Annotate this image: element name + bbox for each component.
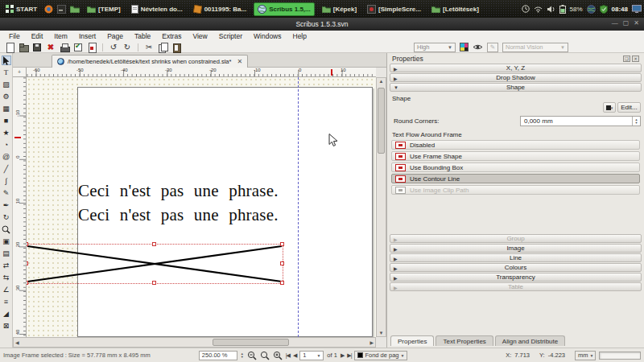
selected-image-frame[interactable] [27,245,283,283]
save-icon[interactable] [32,43,42,52]
section-xyz[interactable]: ▶X, Y, Z [390,64,642,72]
flow-frame-shape-button[interactable]: Use Frame Shape [391,151,640,161]
taskbar-clock[interactable]: 08:48 [612,6,628,13]
section-drop-shadow[interactable]: ▶Drop Shadow [390,73,642,82]
start-button[interactable]: START [2,2,40,16]
insert-shape-icon[interactable]: ■ [2,116,11,125]
text-frame-line-1[interactable]: Ceci n'est pas une phrase. [78,182,279,200]
menu-insert[interactable]: Insert [73,32,101,40]
battery-icon[interactable] [559,5,566,14]
clock-tray-icon[interactable] [522,5,530,13]
tab-close-icon[interactable]: ✕ [237,58,242,65]
new-document-icon[interactable] [5,43,14,52]
zoom-out-icon[interactable] [247,351,257,360]
flow-bounding-box-button[interactable]: Use Bounding Box [391,162,640,172]
insert-calligraphic-icon[interactable]: ✒ [2,200,11,210]
edit-contents-icon[interactable]: ▣ [2,237,11,246]
taskbar-window-document[interactable]: Névtelen do... [128,2,186,16]
first-page-icon[interactable]: |◀ [286,352,290,359]
menu-table[interactable]: Table [129,32,156,40]
menu-scripter[interactable]: Scripter [213,32,248,40]
scroll-down-icon[interactable]: ▼ [377,331,386,335]
insert-freehand-icon[interactable]: ✎ [2,188,11,198]
measurements-icon[interactable]: ∠ [2,285,11,294]
menu-windows[interactable]: Windows [248,32,287,40]
close-window-button[interactable]: ✕ [634,19,639,27]
close-icon[interactable]: ✖ [46,43,56,52]
panel-close-icon[interactable]: ✕ [632,56,639,62]
insert-text-frame-icon[interactable]: T [2,68,11,77]
insert-arc-icon[interactable]: ◔ [2,140,11,150]
vertical-guide[interactable] [298,77,299,337]
scroll-up-icon[interactable]: ▲ [377,79,386,84]
panel-float-icon[interactable]: ❏ [623,56,630,62]
insert-table-icon[interactable]: ▦ [2,104,11,113]
shield-icon[interactable] [600,5,608,14]
taskbar-window-bugtracker[interactable]: 0011995: Ba... [190,2,250,16]
shape-edit-button[interactable]: Edit... [617,102,641,113]
redo-icon[interactable]: ↻ [122,43,132,52]
zoom-icon[interactable] [2,224,11,234]
text-frame-line-2[interactable]: Ceci n'est pas une phrase. [78,206,279,224]
menu-view[interactable]: View [187,32,213,40]
resize-handle-sw[interactable] [27,281,28,285]
insert-spiral-icon[interactable]: @ [2,152,11,162]
scroll-left-icon[interactable]: ◀ [15,339,19,345]
ruler-origin[interactable]: + [13,68,27,77]
resize-handle-ne[interactable] [280,242,284,246]
resize-handle-s[interactable] [152,281,156,285]
last-page-icon[interactable]: ▶| [347,352,351,359]
link-text-frames-icon[interactable]: ⇄ [2,261,11,270]
section-transparency[interactable]: ▶Transparency [390,273,642,282]
insert-polygon-icon[interactable]: ★ [2,128,11,138]
export-pdf-icon[interactable] [87,43,97,52]
flow-contour-line-button[interactable]: Use Contour Line [391,174,640,183]
horizontal-scrollbar[interactable]: ◀ ▶ [13,337,376,348]
section-colours[interactable]: ▶Colours [390,263,642,272]
menu-edit[interactable]: Edit [26,32,49,40]
network-globe-icon[interactable] [587,5,596,14]
taskbar-window-letoltesek[interactable]: [Letöltések] [428,2,482,16]
eye-dropper-icon[interactable]: ◢ [2,309,11,319]
menu-item[interactable]: Item [48,32,73,40]
next-page-icon[interactable]: ▶ [341,352,344,359]
pdf-checkbox-icon[interactable]: ⊠ [2,321,11,331]
resize-handle-n[interactable] [152,242,156,246]
section-shape[interactable]: ▼Shape [390,83,642,92]
taskbar-window-kepek[interactable]: [Képek] [319,2,360,16]
wifi-icon[interactable] [534,6,543,13]
files-launcher-icon[interactable] [70,5,80,13]
taskbar-window-temp[interactable]: [TEMP] [84,2,124,16]
vertical-ruler[interactable]: -10 0 10 20 30 40 [13,77,27,337]
menu-extras[interactable]: Extras [156,32,187,40]
menu-page[interactable]: Page [101,32,129,40]
insert-render-frame-icon[interactable]: ⚙ [2,92,11,101]
layer-select[interactable]: Fond de pag ▼ [354,351,407,360]
canvas[interactable]: Ceci n'est pas une phrase. Ceci n'est pa… [27,77,376,337]
round-corners-spinbox[interactable]: 0,000 mm ▲▼ [520,116,641,126]
insert-image-frame-icon[interactable]: ▨ [2,80,11,89]
select-icon[interactable] [2,56,11,65]
document-tab[interactable]: /home/benedek/Letöltések/text shrinks wh… [52,55,248,68]
section-image[interactable]: ▶Image [390,244,642,253]
insert-bezier-icon[interactable]: ∫ [2,176,11,186]
horizontal-ruler[interactable]: -60 -50 -40 -30 -20 -10 0 10 [27,68,376,77]
flow-disabled-button[interactable]: Disabled [391,140,640,150]
cut-icon[interactable]: ✂ [144,43,154,52]
shape-selector-button[interactable]: ▾ [603,102,616,113]
show-desktop-icon[interactable] [632,5,642,13]
zoom-level-spinbox[interactable]: 250.00 % [199,351,237,360]
copy-item-properties-icon[interactable]: ≡ [2,297,11,306]
tab-properties[interactable]: Properties [390,335,434,346]
paste-icon[interactable] [171,43,181,52]
browser-launcher-icon[interactable] [44,5,53,14]
volume-icon[interactable] [547,6,555,13]
print-icon[interactable] [60,43,69,52]
maximize-button[interactable]: ▢ [623,19,630,27]
resize-handle-e[interactable] [280,261,284,265]
tab-text-properties[interactable]: Text Properties [436,335,493,346]
story-editor-icon[interactable]: ▤ [2,249,11,258]
preflight-verifier-icon[interactable] [73,43,83,52]
menu-help[interactable]: Help [287,32,312,40]
vertical-scrollbar[interactable]: ▲ ▼ [376,77,386,337]
